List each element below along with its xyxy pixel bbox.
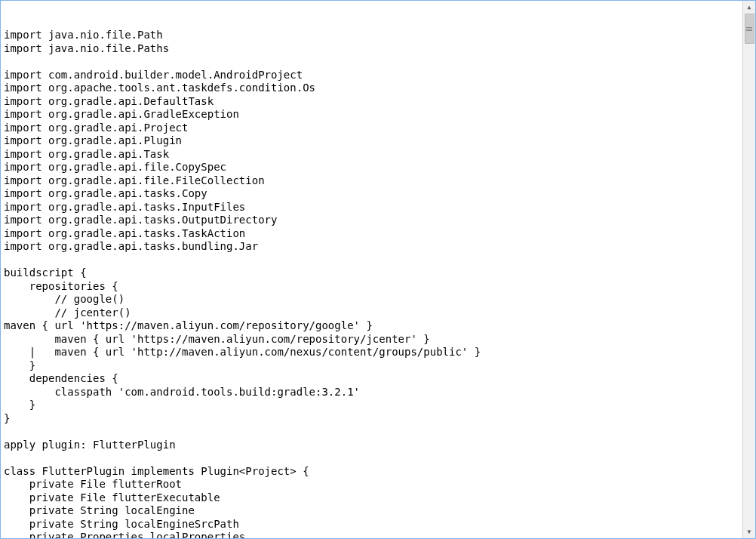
chevron-down-icon: ▼ [748, 528, 751, 535]
code-viewport: import java.nio.file.Path import java.ni… [1, 1, 742, 538]
scroll-track[interactable] [743, 14, 756, 525]
thumb-grip-icon [746, 26, 752, 32]
scroll-thumb[interactable] [745, 14, 754, 44]
code-text: import java.nio.file.Path import java.ni… [4, 29, 739, 538]
scroll-up-button[interactable]: ▲ [743, 1, 756, 14]
chevron-up-icon: ▲ [748, 4, 751, 11]
vertical-scrollbar[interactable]: ▲ ▼ [742, 1, 755, 538]
scroll-down-button[interactable]: ▼ [743, 525, 756, 538]
